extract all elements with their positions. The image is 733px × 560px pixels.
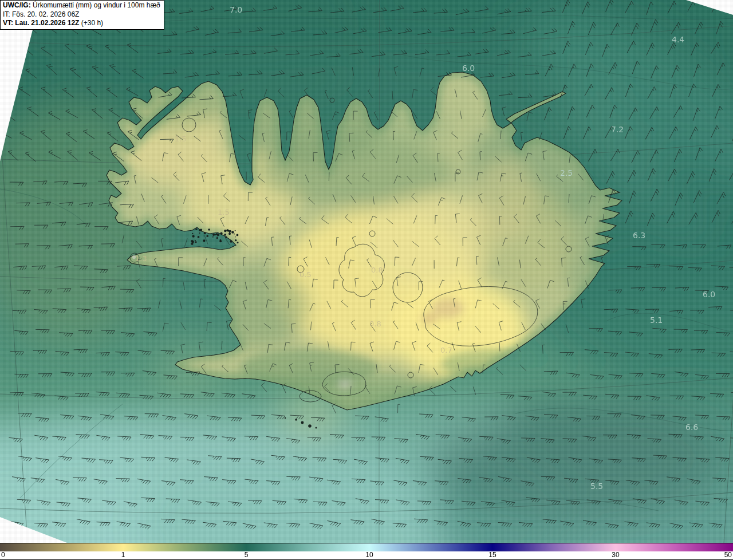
islet xyxy=(228,232,231,235)
model-id: UWC/IG: xyxy=(3,1,31,9)
islet xyxy=(237,234,239,236)
islet xyxy=(212,236,214,238)
sea-contour-label: 7.2 xyxy=(611,125,624,134)
islet xyxy=(237,242,239,243)
islet xyxy=(224,230,226,232)
colorbar-tick-label: 10 xyxy=(365,551,373,559)
island-vestmannaeyjar xyxy=(308,424,312,428)
islet xyxy=(195,240,196,241)
weather-map-page: 7.04.46.07.22.56.36.05.16.65.51.51.51.30… xyxy=(0,0,733,560)
islet xyxy=(235,239,237,241)
island-vestmannaeyjar xyxy=(295,419,297,420)
sea-contour-label: 6.3 xyxy=(633,231,645,240)
colorbar-tick-label: 5 xyxy=(245,551,249,559)
sea-contour-label: 7.0 xyxy=(230,5,242,14)
sea-contour-label: 4.4 xyxy=(672,35,684,44)
islet xyxy=(195,241,197,243)
islet xyxy=(231,231,234,233)
islet xyxy=(191,242,193,244)
islet xyxy=(203,239,205,242)
islet xyxy=(192,233,193,234)
land-contour-label: 1.5 xyxy=(175,135,187,143)
islet xyxy=(199,232,200,234)
islet xyxy=(198,236,200,238)
sea-contour-label: 6.6 xyxy=(685,423,698,432)
islet xyxy=(219,240,222,242)
island-vestmannaeyjar xyxy=(301,421,304,424)
islet xyxy=(220,232,222,234)
islet xyxy=(191,240,193,242)
land-contour-label: 1.5 xyxy=(218,208,230,216)
islet xyxy=(208,228,210,231)
islet xyxy=(230,240,232,243)
title-line-valid: VT: Lau. 21.02.2026 12Z (+30 h) xyxy=(3,19,160,28)
island-vestmannaeyjar xyxy=(316,427,317,429)
sea-contour-label: 2.5 xyxy=(560,168,573,178)
islet xyxy=(234,234,235,235)
title-line-init: IT: Fös. 20. 02. 2026 06Z xyxy=(3,10,160,19)
map-canvas: 7.04.46.07.22.56.36.05.16.65.51.51.51.30… xyxy=(0,0,733,543)
colorbar-tick-label: 0 xyxy=(1,551,5,559)
colorbar-tick-label: 30 xyxy=(612,551,619,559)
islet xyxy=(192,235,195,238)
islet xyxy=(204,235,205,236)
colorbar-gradient xyxy=(0,543,733,551)
land-contour-label: 0.8 xyxy=(371,266,383,274)
title-line-model: UWC/IG: Úrkomumætti (mm) og vindur i 100… xyxy=(3,1,160,10)
islet xyxy=(216,236,218,238)
map-area: 7.04.46.07.22.56.36.05.16.65.51.51.51.30… xyxy=(0,0,733,543)
title-box: UWC/IG: Úrkomumætti (mm) og vindur i 100… xyxy=(0,0,164,30)
islet xyxy=(229,230,231,232)
land-contour-label: 0.8 xyxy=(369,320,381,328)
islet xyxy=(200,228,202,231)
islet xyxy=(224,234,226,236)
colorbar-tick-label: 50 xyxy=(724,551,732,559)
sea-contour-label: 5.5 xyxy=(590,482,603,491)
islet xyxy=(212,234,215,236)
sea-contour-label: 5.1 xyxy=(650,316,663,325)
islet xyxy=(235,236,236,237)
land-contour-label: 0.5 xyxy=(299,270,312,279)
islet xyxy=(206,235,208,237)
island-vestmannaeyjar xyxy=(285,417,286,419)
islet xyxy=(195,228,197,230)
islet xyxy=(235,230,236,231)
colorbar-tick-label: 1 xyxy=(121,551,125,559)
islet xyxy=(226,229,228,231)
islet xyxy=(204,232,206,234)
colorbar: 01510153050 xyxy=(0,543,733,560)
sea-contour-label: 6.0 xyxy=(703,290,715,299)
colorbar-tick-label: 15 xyxy=(488,551,496,559)
land-contour-label: 0.7 xyxy=(440,346,452,354)
sea-contour-label: 6.0 xyxy=(462,64,475,73)
islet xyxy=(216,233,218,235)
colorbar-labels: 01510153050 xyxy=(0,551,733,560)
land-contour-label: 1.3 xyxy=(135,254,147,263)
